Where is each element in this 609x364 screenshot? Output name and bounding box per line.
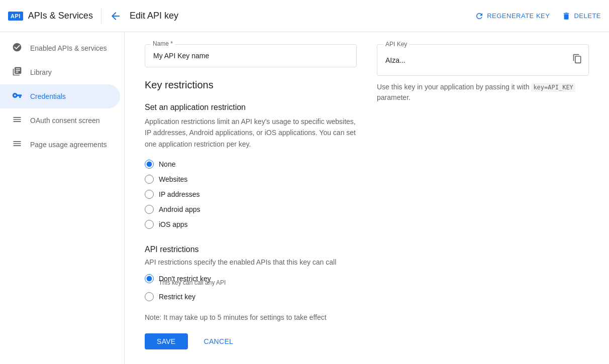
api-key-field: API Key AIza... bbox=[377, 44, 589, 76]
credentials-icon bbox=[12, 90, 22, 103]
name-text-field: Name * bbox=[145, 44, 357, 67]
api-key-value: AIza... bbox=[385, 56, 570, 64]
radio-none-input[interactable] bbox=[145, 160, 154, 169]
radio-android[interactable]: Android apps bbox=[145, 205, 357, 214]
right-column: API Key AIza... Use this key in your app… bbox=[377, 44, 589, 349]
note-text: Note: It may take up to 5 minutes for se… bbox=[145, 313, 357, 321]
radio-restrict-input[interactable] bbox=[145, 292, 154, 301]
key-hint: Use this key in your application by pass… bbox=[377, 82, 589, 103]
footer-buttons: SAVE CANCEL bbox=[145, 333, 357, 349]
left-column: Name * Key restrictions Set an applicati… bbox=[145, 44, 357, 349]
oauth-icon bbox=[12, 114, 22, 127]
enabled-apis-icon bbox=[12, 42, 22, 55]
key-hint-code: key=API_KEY bbox=[531, 83, 575, 92]
api-restriction-options: Don't restrict key This key can call any… bbox=[145, 274, 357, 301]
radio-restrict[interactable]: Restrict key bbox=[145, 292, 357, 301]
api-restrictions-desc: API restrictions specify the enabled API… bbox=[145, 258, 357, 266]
dont-restrict-wrapper: Don't restrict key This key can call any… bbox=[145, 274, 357, 286]
radio-ios-input[interactable] bbox=[145, 220, 154, 229]
api-restrictions-title: API restrictions bbox=[145, 245, 357, 254]
radio-dont-restrict-sublabel: This key can call any API bbox=[159, 279, 357, 286]
content-grid: Name * Key restrictions Set an applicati… bbox=[145, 44, 589, 349]
radio-ip[interactable]: IP addresses bbox=[145, 190, 357, 199]
sidebar-item-label: Enabled APIs & services bbox=[30, 44, 107, 52]
sidebar-item-credentials[interactable]: Credentials bbox=[0, 84, 120, 108]
app-restriction-options: None Websites IP addresses bbox=[145, 160, 357, 229]
top-bar: API APIs & Services Edit API key REGENER… bbox=[0, 0, 609, 32]
layout: Enabled APIs & services Library Credenti… bbox=[0, 32, 609, 364]
radio-ios-label: iOS apps bbox=[159, 220, 188, 228]
radio-ios[interactable]: iOS apps bbox=[145, 220, 357, 229]
copy-key-button[interactable] bbox=[570, 52, 584, 68]
app-title: APIs & Services bbox=[28, 11, 93, 21]
sidebar-item-enabled-apis[interactable]: Enabled APIs & services bbox=[0, 36, 120, 60]
page-header: Edit API key bbox=[110, 10, 467, 22]
radio-websites-label: Websites bbox=[159, 175, 187, 183]
key-restrictions-title: Key restrictions bbox=[145, 79, 357, 91]
key-hint-text2: parameter. bbox=[377, 93, 411, 101]
page-usage-icon bbox=[12, 139, 22, 151]
regenerate-key-button[interactable]: REGENERATE KEY bbox=[475, 12, 550, 21]
library-icon bbox=[12, 66, 22, 79]
delete-button[interactable]: DELETE bbox=[562, 12, 601, 21]
cancel-button[interactable]: CANCEL bbox=[196, 333, 242, 349]
radio-ip-input[interactable] bbox=[145, 190, 154, 199]
delete-label: DELETE bbox=[574, 12, 601, 20]
main-content: Name * Key restrictions Set an applicati… bbox=[125, 32, 609, 364]
name-field-group: Name * bbox=[145, 44, 357, 67]
radio-websites[interactable]: Websites bbox=[145, 175, 357, 184]
sidebar-item-label: Library bbox=[30, 68, 52, 76]
radio-websites-input[interactable] bbox=[145, 175, 154, 184]
api-key-inner: AIza... bbox=[377, 45, 588, 75]
radio-android-label: Android apps bbox=[159, 205, 200, 213]
key-restrictions-section: Key restrictions Set an application rest… bbox=[145, 79, 357, 349]
sidebar-item-library[interactable]: Library bbox=[0, 60, 120, 84]
api-key-label: API Key bbox=[383, 41, 409, 48]
divider bbox=[101, 8, 102, 24]
app-restriction-section: Set an application restriction Applicati… bbox=[145, 103, 357, 229]
sidebar-item-label: Credentials bbox=[30, 92, 66, 100]
save-button[interactable]: SAVE bbox=[145, 333, 188, 349]
radio-restrict-label: Restrict key bbox=[159, 293, 195, 301]
app-restriction-title: Set an application restriction bbox=[145, 103, 357, 112]
top-actions: REGENERATE KEY DELETE bbox=[475, 12, 601, 21]
radio-none[interactable]: None bbox=[145, 160, 357, 169]
regenerate-label: REGENERATE KEY bbox=[487, 12, 550, 20]
sidebar: Enabled APIs & services Library Credenti… bbox=[0, 32, 125, 364]
name-input[interactable] bbox=[145, 44, 357, 67]
api-restrictions-section: API restrictions API restrictions specif… bbox=[145, 245, 357, 301]
app-restriction-desc: Application restrictions limit an API ke… bbox=[145, 116, 357, 150]
radio-ip-label: IP addresses bbox=[159, 190, 199, 198]
key-hint-text1: Use this key in your application by pass… bbox=[377, 83, 529, 91]
radio-dont-restrict-input[interactable] bbox=[145, 274, 154, 283]
name-label: Name * bbox=[151, 40, 175, 47]
page-title: Edit API key bbox=[130, 11, 178, 21]
sidebar-item-label: OAuth consent screen bbox=[30, 116, 100, 125]
radio-android-input[interactable] bbox=[145, 205, 154, 214]
sidebar-item-label: Page usage agreements bbox=[30, 141, 107, 149]
api-logo-badge: API bbox=[8, 12, 23, 21]
sidebar-item-page-usage[interactable]: Page usage agreements bbox=[0, 133, 120, 157]
back-button[interactable] bbox=[110, 10, 122, 22]
app-logo: API APIs & Services bbox=[8, 11, 93, 21]
sidebar-item-oauth[interactable]: OAuth consent screen bbox=[0, 108, 120, 133]
radio-none-label: None bbox=[159, 160, 175, 168]
